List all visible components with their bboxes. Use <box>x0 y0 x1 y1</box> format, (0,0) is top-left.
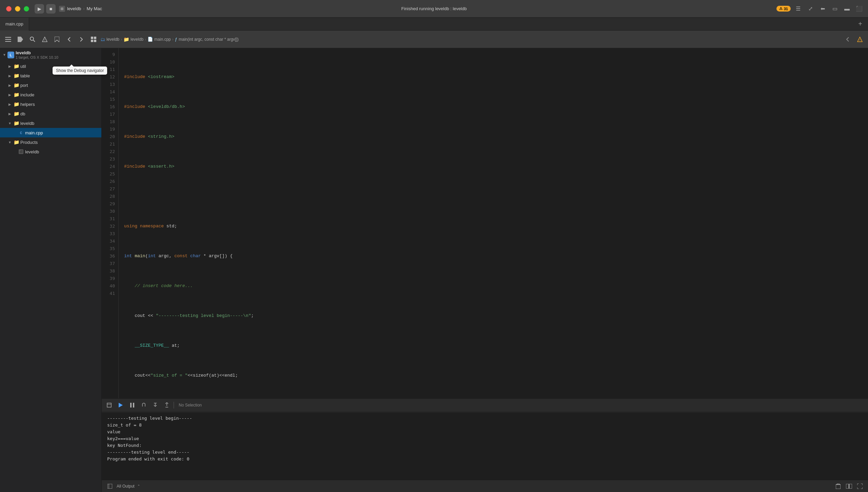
console-sidebar-btn[interactable] <box>106 482 114 490</box>
line-num-14: 14 <box>102 88 115 96</box>
debug-toggle-btn[interactable] <box>104 400 114 410</box>
back-nav-btn[interactable] <box>64 34 75 45</box>
console-line-4: key2===value <box>107 435 863 442</box>
project-header[interactable]: ▼ L leveldb 1 target, OS X SDK 10.10 <box>0 48 101 61</box>
svg-rect-12 <box>94 37 96 39</box>
svg-text:!: ! <box>44 38 45 42</box>
search-btn[interactable] <box>27 34 38 45</box>
line-num-25: 25 <box>102 170 115 178</box>
code-line-13 <box>124 193 868 200</box>
line-num-35: 35 <box>102 245 115 252</box>
svg-rect-20 <box>130 403 132 408</box>
sidebar-label-leveldb: leveldb <box>20 121 34 126</box>
sidebar-label-main-cpp: main.cpp <box>25 130 43 135</box>
layout-single-btn[interactable]: ▭ <box>830 4 840 14</box>
layout-wide-btn[interactable]: ⬛ <box>854 4 864 14</box>
line-num-18: 18 <box>102 118 115 126</box>
code-content[interactable]: #include <iostream> #include <leveldb/db… <box>119 48 868 398</box>
code-line-11: #include <string.h> <box>124 133 868 140</box>
project-target: 1 target, OS X SDK 10.10 <box>16 55 58 59</box>
line-num-19: 19 <box>102 126 115 133</box>
stop-button[interactable]: ■ <box>46 4 56 14</box>
layout-split-btn[interactable]: ⤢ <box>806 4 815 14</box>
debug-step-out-btn[interactable] <box>162 400 172 410</box>
svg-point-6 <box>30 37 34 40</box>
editor-nav-back[interactable] <box>842 34 853 45</box>
sidebar-item-products[interactable]: ▼ 📁 Products <box>0 137 101 147</box>
run-button[interactable]: ▶ <box>35 4 44 14</box>
breadcrumb-folder[interactable]: 📁 leveldb <box>123 37 143 42</box>
debug-pause-btn[interactable] <box>127 400 137 410</box>
add-tab-button[interactable]: + <box>855 19 865 29</box>
tab-main-cpp[interactable]: main.cpp <box>0 18 29 31</box>
breakpoint-btn[interactable] <box>15 34 26 45</box>
sidebar-label-port: port <box>20 83 28 88</box>
sidebar-item-leveldb-folder[interactable]: ▼ 📁 leveldb <box>0 118 101 128</box>
breadcrumb-project[interactable]: 🗂 leveldb <box>100 37 119 42</box>
all-output-label: All Output <box>117 484 135 489</box>
svg-rect-17 <box>107 403 111 407</box>
console-fullscreen-btn[interactable] <box>856 482 864 490</box>
product-icon-leveldb: ⬛ <box>18 149 24 154</box>
console-line-7: Program ended with exit code: 0 <box>107 456 863 462</box>
scheme-icon <box>59 6 65 12</box>
svg-rect-30 <box>836 485 841 489</box>
titlebar-controls: ▶ ■ <box>29 4 56 14</box>
warning-nav-btn[interactable]: ! <box>39 34 50 45</box>
svg-marker-5 <box>18 37 23 42</box>
forward-nav-btn[interactable] <box>76 34 87 45</box>
debug-step-over-btn[interactable] <box>139 400 149 410</box>
line-num-10: 10 <box>102 58 115 66</box>
line-num-37: 37 <box>102 260 115 267</box>
svg-rect-11 <box>91 37 93 39</box>
close-button[interactable] <box>6 6 12 12</box>
console-trash-btn[interactable] <box>834 482 842 490</box>
folder-icon-util: 📁 <box>14 63 19 69</box>
line-num-20: 20 <box>102 133 115 140</box>
editor-warning-icon[interactable]: ! <box>854 34 865 45</box>
layout-double-btn[interactable]: ▬ <box>842 4 852 14</box>
all-output-chevron: ⌃ <box>137 484 140 488</box>
debug-run-btn[interactable] <box>116 400 125 410</box>
debug-step-in-btn[interactable] <box>151 400 160 410</box>
warning-icon: ⚠ <box>779 6 783 11</box>
sidebar-item-main-cpp[interactable]: ▶ c main.cpp <box>0 128 101 137</box>
sidebar-item-leveldb-product[interactable]: ▶ ⬛ leveldb <box>0 147 101 156</box>
breadcrumb-sep-2: › <box>145 37 146 42</box>
sidebar-item-include[interactable]: ▶ 📁 include <box>0 90 101 99</box>
breadcrumb-project-label: leveldb <box>106 37 119 42</box>
scheme-selector[interactable]: leveldb › My Mac <box>56 6 102 12</box>
breadcrumb: 🗂 leveldb › 📁 leveldb › 📄 main.cpp › ƒ m… <box>100 37 841 42</box>
bookmark-btn[interactable] <box>52 34 62 45</box>
sidebar-item-port[interactable]: ▶ 📁 port <box>0 80 101 90</box>
disclosure-util: ▶ <box>7 64 12 69</box>
sidebar: ▼ L leveldb 1 target, OS X SDK 10.10 ▶ 📁… <box>0 48 102 492</box>
line-numbers: 9 10 11 12 13 14 15 16 17 18 19 20 21 22… <box>102 48 119 398</box>
toolbar: ! 🗂 leveldb › 📁 leveldb › 📄 main.cpp › ƒ… <box>0 31 868 48</box>
fullscreen-button[interactable] <box>24 6 29 12</box>
console-split-btn[interactable] <box>845 482 853 490</box>
titlebar-right: ⚠ 31 ☰ ⤢ ⬅ ▭ ▬ ⬛ <box>776 4 868 14</box>
breadcrumb-file[interactable]: 📄 main.cpp <box>147 37 171 42</box>
sidebar-item-db[interactable]: ▶ 📁 db <box>0 109 101 118</box>
breadcrumb-func[interactable]: ƒ main(int argc, const char * argv[]) <box>175 37 239 42</box>
sidebar-item-helpers[interactable]: ▶ 📁 helpers <box>0 99 101 109</box>
svg-rect-14 <box>94 40 96 42</box>
code-line-15: int main(int argc, const char * argv[]) … <box>124 252 868 260</box>
code-editor[interactable]: 9 10 11 12 13 14 15 16 17 18 19 20 21 22… <box>102 48 868 398</box>
layout-back-btn[interactable]: ⬅ <box>818 4 827 14</box>
layout-list-btn[interactable]: ☰ <box>793 4 803 14</box>
code-line-16: // insert code here... <box>124 282 868 290</box>
code-line-12: #include <assert.h> <box>124 163 868 170</box>
code-line-14: using namespace std; <box>124 223 868 230</box>
sidebar-label-leveldb-product: leveldb <box>25 149 39 154</box>
disclosure-include: ▶ <box>7 92 12 97</box>
disclosure-helpers: ▶ <box>7 102 12 107</box>
line-num-30: 30 <box>102 208 115 215</box>
svg-rect-33 <box>846 484 849 489</box>
minimize-button[interactable] <box>15 6 20 12</box>
warning-badge[interactable]: ⚠ 31 <box>776 6 791 12</box>
line-num-28: 28 <box>102 193 115 200</box>
grid-view-btn[interactable] <box>88 34 99 45</box>
sidebar-toggle-btn[interactable] <box>3 34 14 45</box>
